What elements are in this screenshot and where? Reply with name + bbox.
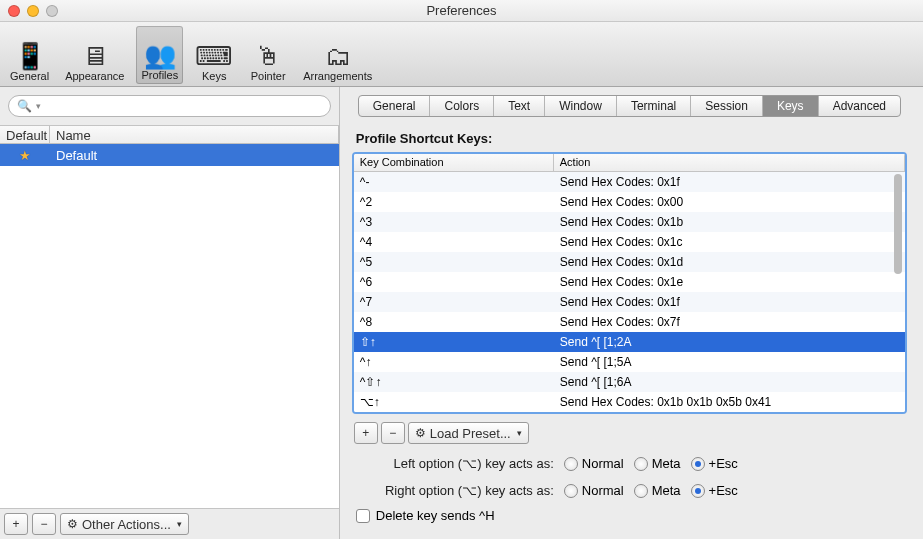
gear-icon: ⚙ (415, 426, 426, 440)
section-title: Profile Shortcut Keys: (356, 131, 907, 146)
key-row[interactable]: ⇧↑Send ^[ [1;2A (354, 332, 905, 352)
other-actions-label: Other Actions... (82, 517, 171, 532)
tab-window[interactable]: Window (545, 96, 617, 116)
chevron-down-icon: ▾ (177, 519, 182, 529)
key-row[interactable]: ^6Send Hex Codes: 0x1e (354, 272, 905, 292)
profiles-col-default[interactable]: Default (0, 126, 50, 143)
key-combination: ^2 (354, 195, 554, 209)
col-action[interactable]: Action (554, 154, 905, 171)
left-option-meta[interactable]: Meta (634, 456, 681, 471)
toolbar-keys[interactable]: ⌨Keys (191, 26, 237, 84)
add-profile-button[interactable]: + (4, 513, 28, 535)
key-combination: ⇧↑ (354, 335, 554, 349)
tab-general[interactable]: General (359, 96, 431, 116)
tab-terminal[interactable]: Terminal (617, 96, 691, 116)
toolbar-pointer[interactable]: 🖱Pointer (245, 26, 291, 84)
pointer-icon: 🖱 (252, 42, 284, 70)
keys-icon: ⌨ (198, 42, 230, 70)
key-action: Send Hex Codes: 0x1c (554, 235, 905, 249)
key-combination: ^3 (354, 215, 554, 229)
key-row[interactable]: ^2Send Hex Codes: 0x00 (354, 192, 905, 212)
key-action: Send Hex Codes: 0x1b (554, 215, 905, 229)
toolbar-label: Profiles (141, 69, 178, 81)
add-key-button[interactable]: + (354, 422, 378, 444)
key-action: Send ^[ [1;6A (554, 375, 905, 389)
radio-icon (564, 457, 578, 471)
radio-label: Meta (652, 456, 681, 471)
profiles-table: Default Name ★Default (0, 126, 339, 508)
star-icon: ★ (0, 148, 50, 163)
radio-label: +Esc (709, 483, 738, 498)
appearance-icon: 🖥 (79, 42, 111, 70)
key-row[interactable]: ^7Send Hex Codes: 0x1f (354, 292, 905, 312)
key-action: Send Hex Codes: 0x1b 0x1b 0x5b 0x41 (554, 395, 905, 409)
profile-subtabs: GeneralColorsTextWindowTerminalSessionKe… (358, 95, 901, 117)
remove-key-button[interactable]: − (381, 422, 405, 444)
general-icon: 📱 (14, 42, 46, 70)
key-row[interactable]: ^4Send Hex Codes: 0x1c (354, 232, 905, 252)
toolbar-profiles[interactable]: 👥Profiles (136, 26, 183, 84)
col-key-combination[interactable]: Key Combination (354, 154, 554, 171)
radio-icon (634, 457, 648, 471)
profiles-sidebar: 🔍▾ Default Name ★Default + − ⚙ Other Act… (0, 87, 340, 539)
radio-icon (691, 457, 705, 471)
radio-label: Meta (652, 483, 681, 498)
key-combination: ^4 (354, 235, 554, 249)
load-preset-button[interactable]: ⚙ Load Preset... ▾ (408, 422, 529, 444)
key-action: Send Hex Codes: 0x1f (554, 175, 905, 189)
tab-colors[interactable]: Colors (430, 96, 494, 116)
key-row[interactable]: ^3Send Hex Codes: 0x1b (354, 212, 905, 232)
key-row[interactable]: ⌥↑Send Hex Codes: 0x1b 0x1b 0x5b 0x41 (354, 392, 905, 412)
toolbar-label: Keys (202, 70, 226, 82)
key-row[interactable]: ^↑Send ^[ [1;5A (354, 352, 905, 372)
titlebar: Preferences (0, 0, 923, 22)
window-title: Preferences (0, 3, 923, 18)
radio-icon (691, 484, 705, 498)
profile-row[interactable]: ★Default (0, 144, 339, 166)
radio-icon (634, 484, 648, 498)
key-row[interactable]: ^⇧↑Send ^[ [1;6A (354, 372, 905, 392)
load-preset-label: Load Preset... (430, 426, 511, 441)
toolbar-arrangements[interactable]: 🗂Arrangements (299, 26, 376, 84)
profiles-search-field[interactable]: 🔍▾ (8, 95, 331, 117)
toolbar-label: Pointer (251, 70, 286, 82)
right-option-meta[interactable]: Meta (634, 483, 681, 498)
profile-name: Default (50, 148, 339, 163)
toolbar-general[interactable]: 📱General (6, 26, 53, 84)
tab-keys[interactable]: Keys (763, 96, 819, 116)
key-row[interactable]: ^8Send Hex Codes: 0x7f (354, 312, 905, 332)
left-option-plus-esc[interactable]: +Esc (691, 456, 738, 471)
radio-label: Normal (582, 456, 624, 471)
toolbar-label: Appearance (65, 70, 124, 82)
shortcut-keys-table: Key Combination Action ^-Send Hex Codes:… (352, 152, 907, 414)
toolbar-label: General (10, 70, 49, 82)
other-actions-button[interactable]: ⚙ Other Actions... ▾ (60, 513, 189, 535)
key-combination: ^6 (354, 275, 554, 289)
key-row[interactable]: ^5Send Hex Codes: 0x1d (354, 252, 905, 272)
key-action: Send Hex Codes: 0x00 (554, 195, 905, 209)
scrollbar[interactable] (894, 174, 902, 274)
right-option-plus-esc[interactable]: +Esc (691, 483, 738, 498)
delete-sends-ctrl-h-checkbox[interactable] (356, 509, 370, 523)
toolbar-appearance[interactable]: 🖥Appearance (61, 26, 128, 84)
key-action: Send Hex Codes: 0x1e (554, 275, 905, 289)
remove-profile-button[interactable]: − (32, 513, 56, 535)
key-action: Send Hex Codes: 0x1d (554, 255, 905, 269)
delete-sends-ctrl-h-label: Delete key sends ^H (376, 508, 495, 523)
key-action: Send Hex Codes: 0x1f (554, 295, 905, 309)
tab-advanced[interactable]: Advanced (819, 96, 900, 116)
radio-label: +Esc (709, 456, 738, 471)
left-option-normal[interactable]: Normal (564, 456, 624, 471)
search-icon: 🔍 (17, 99, 32, 113)
profiles-col-name[interactable]: Name (50, 126, 339, 143)
radio-icon (564, 484, 578, 498)
right-option-label: Right option (⌥) key acts as: (354, 483, 554, 498)
key-row[interactable]: ^-Send Hex Codes: 0x1f (354, 172, 905, 192)
key-action: Send Hex Codes: 0x7f (554, 315, 905, 329)
key-combination: ^- (354, 175, 554, 189)
gear-icon: ⚙ (67, 517, 78, 531)
tab-session[interactable]: Session (691, 96, 763, 116)
right-option-normal[interactable]: Normal (564, 483, 624, 498)
tab-text[interactable]: Text (494, 96, 545, 116)
chevron-down-icon: ▾ (36, 101, 41, 111)
